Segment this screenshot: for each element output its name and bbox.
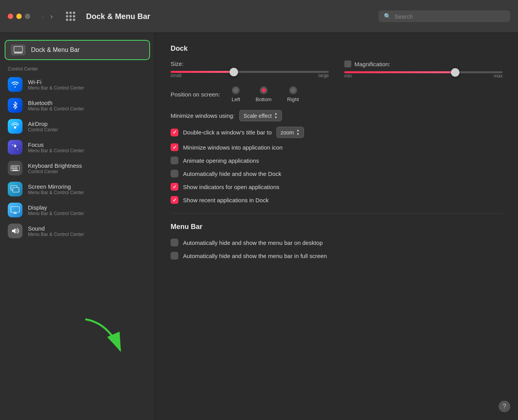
search-input[interactable] — [394, 13, 505, 20]
doubleclick-label: Double-click a window's title bar to — [183, 129, 272, 136]
dock-section-title: Dock — [171, 45, 502, 53]
arrow-up-icon: ▲ — [274, 112, 278, 115]
recent-checkbox[interactable] — [171, 196, 178, 204]
animate-checkbox[interactable] — [171, 157, 178, 164]
svg-rect-18 — [13, 188, 19, 192]
minimize-row: Minimize windows using: Scale effect ▲ ▼ — [171, 110, 502, 121]
grid-dot — [69, 15, 72, 17]
autohide-desktop-checkbox[interactable] — [171, 239, 178, 246]
doubleclick-dropdown[interactable]: zoom ▲ ▼ — [276, 127, 304, 138]
radio-bottom-fill — [262, 88, 266, 92]
dock-menubar-label: Dock & Menu Bar — [31, 46, 79, 53]
autohide-fullscreen-checkbox[interactable] — [171, 252, 178, 260]
size-large: large — [318, 73, 329, 78]
svg-rect-12 — [15, 168, 16, 169]
svg-point-4 — [17, 149, 18, 150]
svg-point-2 — [14, 126, 16, 129]
minimize-option: Scale effect — [243, 113, 272, 119]
bluetooth-text: Bluetooth Menu Bar & Control Center — [28, 100, 84, 112]
minimize-dropdown[interactable]: Scale effect ▲ ▼ — [239, 110, 282, 121]
back-button[interactable]: ‹ — [40, 11, 47, 22]
wifi-name: Wi-Fi — [28, 79, 84, 85]
autohide-dock-label: Automatically hide and show the Dock — [183, 170, 281, 177]
focus-icon — [8, 140, 22, 155]
grid-dot — [69, 19, 72, 21]
grid-dot — [69, 12, 72, 14]
recent-row: Show recent applications in Dock — [171, 196, 502, 204]
keyboard-text: Keyboard Brightness Control Center — [28, 162, 82, 174]
window-title: Dock & Menu Bar — [86, 12, 372, 21]
size-thumb[interactable] — [230, 68, 238, 76]
sidebar-item-bluetooth[interactable]: Bluetooth Menu Bar & Control Center — [0, 95, 155, 116]
size-small: small — [171, 73, 181, 78]
content-area: Dock Size: small large — [155, 33, 518, 420]
svg-rect-1 — [14, 52, 22, 53]
sidebar-item-screenmirror[interactable]: Screen Mirroring Menu Bar & Control Cent… — [0, 179, 155, 200]
maximize-button[interactable] — [25, 14, 30, 19]
dock-menubar-icon — [11, 45, 26, 55]
size-labels: small large — [171, 73, 329, 78]
magnification-slider-section: Magnification: min max — [344, 60, 502, 79]
minimize-app-label: Minimize windows into application icon — [183, 144, 283, 151]
keyboard-sub: Control Center — [28, 169, 82, 174]
arrow-down-icon-2: ▼ — [296, 133, 300, 136]
radio-right[interactable] — [289, 86, 297, 94]
svg-rect-0 — [14, 46, 22, 52]
grid-dot — [66, 15, 68, 17]
doubleclick-checkbox[interactable] — [171, 129, 178, 136]
position-bottom[interactable]: Bottom — [256, 86, 271, 102]
menubar-section: Menu Bar Automatically hide and show the… — [171, 223, 502, 260]
svg-point-3 — [12, 145, 13, 145]
animate-label: Animate opening applications — [183, 157, 259, 164]
display-sub: Menu Bar & Control Center — [28, 211, 84, 216]
minimize-app-checkbox[interactable] — [171, 143, 178, 151]
sidebar-item-sound[interactable]: Sound Menu Bar & Control Center — [0, 220, 155, 241]
forward-button[interactable]: › — [48, 11, 55, 22]
grid-icon[interactable] — [66, 12, 75, 21]
airdrop-icon — [8, 119, 22, 134]
position-right[interactable]: Right — [287, 86, 299, 102]
help-button[interactable]: ? — [499, 401, 510, 412]
size-magnification-row: Size: small large Magnification — [171, 60, 502, 79]
minimize-app-row: Minimize windows into application icon — [171, 143, 502, 151]
sidebar-item-dock-menubar[interactable]: Dock & Menu Bar — [5, 40, 150, 60]
search-box[interactable]: 🔍 — [378, 10, 510, 22]
autohide-dock-checkbox[interactable] — [171, 170, 178, 177]
sound-icon — [8, 224, 22, 238]
svg-rect-14 — [12, 170, 18, 170]
magnification-checkbox[interactable] — [344, 60, 351, 67]
svg-rect-13 — [16, 168, 17, 169]
sidebar-item-focus[interactable]: Focus Menu Bar & Control Center — [0, 137, 155, 158]
search-icon: 🔍 — [384, 13, 391, 20]
doubleclick-option: zoom — [281, 129, 294, 136]
mag-labels: min max — [344, 73, 502, 79]
screenmirror-sub: Menu Bar & Control Center — [28, 190, 84, 195]
mag-track[interactable] — [344, 71, 502, 73]
screenmirror-name: Screen Mirroring — [28, 183, 84, 190]
main-layout: Dock & Menu Bar Control Center Wi-Fi Men… — [0, 33, 518, 420]
magnification-header: Magnification: — [344, 60, 502, 67]
sidebar-item-keyboard[interactable]: Keyboard Brightness Control Center — [0, 158, 155, 179]
mag-thumb[interactable] — [451, 68, 459, 77]
mag-max: max — [494, 73, 502, 79]
indicators-row: Show indicators for open applications — [171, 183, 502, 191]
svg-rect-6 — [12, 167, 13, 167]
sidebar-item-wifi[interactable]: Wi-Fi Menu Bar & Control Center — [0, 74, 155, 95]
position-options: Left Bottom Right — [232, 86, 299, 102]
indicators-checkbox[interactable] — [171, 183, 178, 191]
radio-left[interactable] — [232, 86, 240, 94]
position-left[interactable]: Left — [232, 86, 240, 102]
screenmirror-text: Screen Mirroring Menu Bar & Control Cent… — [28, 183, 84, 195]
position-label: Position on screen: — [171, 91, 220, 98]
wifi-sub: Menu Bar & Control Center — [28, 85, 84, 91]
sidebar-item-display[interactable]: Display Menu Bar & Control Center — [0, 200, 155, 220]
radio-bottom[interactable] — [260, 86, 268, 94]
magnification-label: Magnification: — [354, 61, 390, 67]
minimize-button[interactable] — [16, 14, 22, 19]
close-button[interactable] — [8, 14, 13, 19]
sidebar-item-airdrop[interactable]: AirDrop Control Center — [0, 116, 155, 137]
size-track[interactable] — [171, 71, 329, 73]
wifi-icon — [8, 77, 22, 92]
sound-sub: Menu Bar & Control Center — [28, 232, 84, 237]
airdrop-name: AirDrop — [28, 120, 58, 127]
